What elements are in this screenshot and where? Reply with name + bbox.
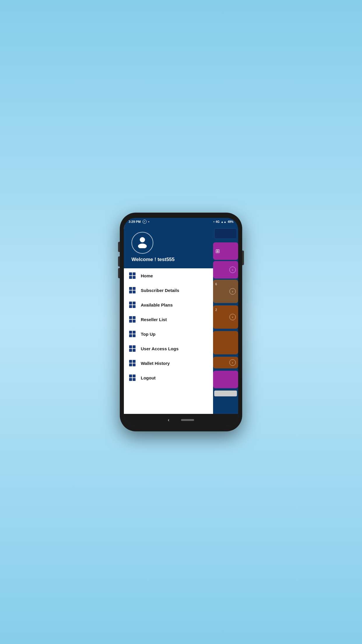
logout-label: Logout <box>141 375 156 380</box>
right-card-7 <box>213 371 238 388</box>
top-up-label: Top Up <box>141 332 156 337</box>
card4-text: 2 <box>215 308 217 312</box>
chevron-icon-4: › <box>229 359 236 366</box>
scroll-bar <box>214 391 237 396</box>
card3-text: 6 <box>215 283 217 286</box>
user-access-logs-label: User Access Logs <box>141 346 179 351</box>
menu-item-wallet-history[interactable]: Wallet History <box>124 356 213 370</box>
home-button[interactable] <box>181 419 194 421</box>
reseller-grid-icon <box>129 316 136 323</box>
right-card-2[interactable]: › <box>213 261 238 279</box>
menu-item-logout[interactable]: Logout <box>124 370 213 385</box>
drawer-header: Welcome ! test555 <box>124 225 213 268</box>
status-right: • 4G ▲▲ 49% <box>213 220 233 223</box>
right-panel: ⊞ › 6 › 2 › › <box>213 225 238 414</box>
plans-grid-icon <box>129 302 136 308</box>
chevron-icon-3: › <box>229 314 236 320</box>
network-type: 4G <box>216 220 219 223</box>
status-left: 3:29 PM ✓ • <box>129 220 149 224</box>
medical-icon: ⊞ <box>215 248 220 254</box>
right-card-6[interactable]: › <box>213 357 238 368</box>
wallet-grid-icon <box>129 360 136 366</box>
reseller-list-label: Reseller List <box>141 317 167 322</box>
chevron-icon-2: › <box>229 288 236 295</box>
available-plans-label: Available Plans <box>141 302 173 307</box>
menu-item-subscriber-details[interactable]: Subscriber Details <box>124 283 213 298</box>
wallet-history-label: Wallet History <box>141 361 170 366</box>
menu-item-top-up[interactable]: Top Up <box>124 327 213 341</box>
logs-grid-icon <box>129 345 136 352</box>
status-bar: 3:29 PM ✓ • • 4G ▲▲ 49% <box>124 218 238 225</box>
menu-item-home[interactable]: Home <box>124 268 213 283</box>
subscriber-details-label: Subscriber Details <box>141 288 179 293</box>
menu-item-reseller-list[interactable]: Reseller List <box>124 312 213 327</box>
menu-item-available-plans[interactable]: Available Plans <box>124 298 213 312</box>
signal-bars: ▲▲ <box>221 220 226 223</box>
navigation-bar: ‹ <box>124 414 238 426</box>
time-display: 3:29 PM <box>129 220 141 223</box>
back-button[interactable]: ‹ <box>168 417 169 423</box>
phone-frame: 3:29 PM ✓ • • 4G ▲▲ 49% ⊞ <box>120 213 242 431</box>
right-card-4[interactable]: 2 › <box>213 305 238 329</box>
logout-grid-icon <box>129 374 136 381</box>
navigation-drawer: Welcome ! test555 Home Subscrib <box>124 225 213 414</box>
right-card-5 <box>213 331 238 354</box>
subscriber-grid-icon <box>129 287 136 293</box>
screen-content: ⊞ › 6 › 2 › › <box>124 225 238 414</box>
home-grid-icon <box>129 272 136 279</box>
home-label: Home <box>141 273 153 278</box>
menu-item-user-access-logs[interactable]: User Access Logs <box>124 341 213 356</box>
chevron-icon-1: › <box>229 267 236 273</box>
welcome-text: Welcome ! test555 <box>131 257 175 262</box>
svg-point-1 <box>138 244 147 248</box>
notification-dot: • <box>148 220 150 223</box>
avatar-icon <box>136 235 149 251</box>
avatar-circle <box>131 232 153 254</box>
whatsapp-icon: ✓ <box>143 220 147 224</box>
battery-percent: 49% <box>228 220 233 223</box>
right-card-3[interactable]: 6 › <box>213 280 238 303</box>
drawer-menu: Home Subscriber Details Available Plans <box>124 268 213 414</box>
phone-screen: 3:29 PM ✓ • • 4G ▲▲ 49% ⊞ <box>124 218 238 426</box>
topup-grid-icon <box>129 331 136 337</box>
svg-point-0 <box>140 237 145 242</box>
right-card-1: ⊞ <box>213 242 238 260</box>
search-box[interactable] <box>214 228 237 239</box>
signal-dot: • <box>213 220 215 223</box>
